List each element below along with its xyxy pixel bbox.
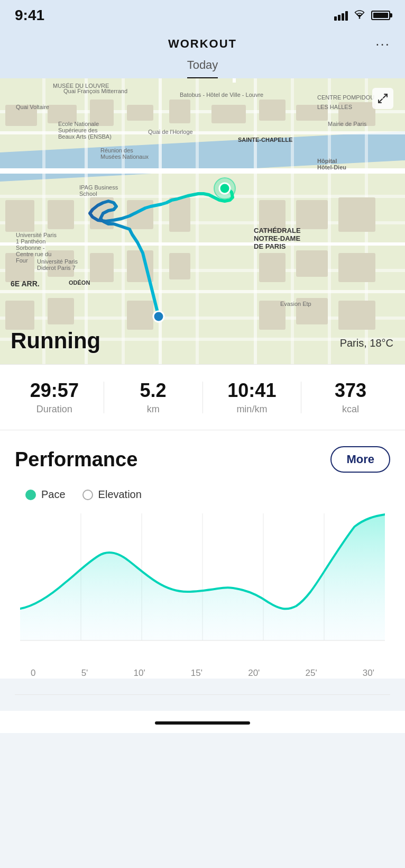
kcal-value: 373 xyxy=(335,379,366,402)
stat-km: 5.2 km xyxy=(104,379,202,415)
tab-bar: Today xyxy=(0,51,405,78)
legend-pace[interactable]: Pace xyxy=(25,489,66,501)
x-label-1: 5' xyxy=(81,668,88,679)
activity-name: Running xyxy=(11,328,100,354)
more-button[interactable]: More xyxy=(330,446,390,473)
x-label-6: 30' xyxy=(363,668,374,679)
status-icons xyxy=(334,10,390,22)
battery-icon xyxy=(371,11,390,20)
x-label-5: 25' xyxy=(306,668,317,679)
km-value: 5.2 xyxy=(140,379,167,402)
status-bar: 9:41 xyxy=(0,0,405,29)
stats-row: 29:57 Duration 5.2 km 10:41 min/km 373 k… xyxy=(0,364,405,430)
duration-label: Duration xyxy=(36,404,72,415)
home-indicator xyxy=(0,711,405,733)
x-label-3: 15' xyxy=(191,668,202,679)
stat-duration: 29:57 Duration xyxy=(5,379,104,415)
chart-x-axis: 0 5' 10' 15' 20' 25' 30' xyxy=(20,664,385,679)
signal-icon xyxy=(334,10,348,21)
home-bar xyxy=(155,721,250,725)
performance-header: Performance More xyxy=(15,446,390,473)
svg-point-3 xyxy=(219,183,230,194)
expand-map-button[interactable] xyxy=(372,88,393,109)
more-menu-button[interactable]: ··· xyxy=(375,36,390,52)
pace-chart xyxy=(20,513,385,662)
duration-value: 29:57 xyxy=(30,379,79,402)
x-label-2: 10' xyxy=(134,668,145,679)
activity-info: Running xyxy=(11,328,100,354)
chart-legend: Pace Elevation xyxy=(15,489,390,501)
pace-label: min/km xyxy=(236,404,267,415)
status-time: 9:41 xyxy=(15,7,44,24)
x-label-4: 20' xyxy=(248,668,260,679)
stat-kcal: 373 kcal xyxy=(301,379,400,415)
header: WORKOUT ··· xyxy=(0,29,405,51)
performance-title: Performance xyxy=(15,448,137,471)
map-container: Quai François Mitterrand Quai Voltaire L… xyxy=(0,78,405,364)
route-path xyxy=(0,78,405,364)
svg-point-0 xyxy=(359,17,361,19)
pace-value: 10:41 xyxy=(227,379,276,402)
page-title: WORKOUT xyxy=(168,37,237,51)
elevation-legend-dot xyxy=(82,490,93,500)
pace-legend-label: Pace xyxy=(41,489,66,501)
legend-elevation[interactable]: Elevation xyxy=(82,489,142,501)
location-label: Paris, 18°C xyxy=(340,337,393,349)
bottom-divider xyxy=(15,694,390,695)
tab-today[interactable]: Today xyxy=(187,58,218,78)
performance-section: Performance More Pace Elevation xyxy=(0,430,405,679)
svg-point-1 xyxy=(153,311,164,322)
pace-legend-dot xyxy=(25,490,36,500)
chart-area: 0 5' 10' 15' 20' 25' 30' xyxy=(15,513,390,679)
stat-pace: 10:41 min/km xyxy=(203,379,301,415)
km-label: km xyxy=(147,404,160,415)
elevation-legend-label: Elevation xyxy=(98,489,142,501)
x-label-0: 0 xyxy=(31,668,35,679)
kcal-label: kcal xyxy=(342,404,359,415)
wifi-icon xyxy=(353,10,366,22)
